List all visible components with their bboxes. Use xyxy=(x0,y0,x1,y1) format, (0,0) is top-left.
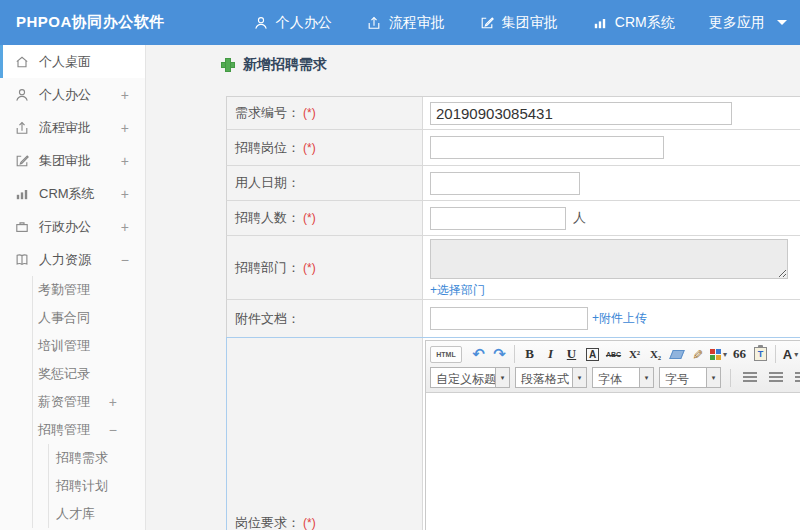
field-label: 附件文档： xyxy=(235,310,300,328)
field-label: 招聘人数： xyxy=(235,209,300,227)
format-brush-button[interactable]: ✎ xyxy=(687,344,708,364)
user-icon xyxy=(14,87,30,103)
job-title-input[interactable] xyxy=(430,136,664,159)
nav-item-workflow-approval[interactable]: 流程审批 xyxy=(366,14,445,32)
required-marker: (*) xyxy=(303,141,316,155)
app-logo: PHPOA协同办公软件 xyxy=(16,13,165,32)
attachment-upload-link[interactable]: +附件上传 xyxy=(592,310,647,327)
nav-item-crm-system[interactable]: CRM系统 xyxy=(592,14,675,32)
font-size-select[interactable]: 字号▾ xyxy=(659,367,721,388)
sidebar-item-talent-pool[interactable]: 人才库 xyxy=(0,500,145,528)
brush-glyph: ✎ xyxy=(690,349,705,360)
sidebar-item-label: 人事合同 xyxy=(38,309,90,327)
align-bars-glyph xyxy=(769,372,783,383)
source-code-button[interactable]: HTML xyxy=(430,346,462,363)
eraser-button[interactable] xyxy=(666,344,687,364)
user-icon xyxy=(253,15,269,31)
nav-item-personal-office[interactable]: 个人办公 xyxy=(253,14,332,32)
sidebar-item-label: CRM系统 xyxy=(39,185,95,203)
underline-button[interactable]: U xyxy=(561,344,582,364)
sidebar-item-salary-mgmt[interactable]: 薪资管理+ xyxy=(0,388,145,416)
sidebar-item-personnel-contract[interactable]: 人事合同 xyxy=(0,304,145,332)
expand-plus-icon[interactable]: + xyxy=(121,186,129,202)
sidebar-item-admin-office[interactable]: 行政办公+ xyxy=(0,210,145,243)
top-nav: 个人办公流程审批集团审批CRM系统更多应用 xyxy=(253,14,800,32)
align-right-button[interactable] xyxy=(790,368,800,387)
expand-plus-icon[interactable]: + xyxy=(121,153,129,169)
caret-down-icon: ▾ xyxy=(572,368,586,387)
font-color-button[interactable]: A▾ xyxy=(780,344,800,364)
flow-icon xyxy=(14,120,30,136)
superscript-button[interactable]: X² xyxy=(624,344,645,364)
sidebar-item-label: 集团审批 xyxy=(39,152,91,170)
bold-button[interactable]: B xyxy=(519,344,540,364)
collapse-minus-icon[interactable]: − xyxy=(109,422,117,438)
toolbar-separator xyxy=(514,345,515,363)
expand-plus-icon[interactable]: + xyxy=(121,87,129,103)
sidebar-item-training-mgmt[interactable]: 培训管理 xyxy=(0,332,145,360)
sidebar-item-attendance-mgmt[interactable]: 考勤管理 xyxy=(0,276,145,304)
sidebar-item-recruit-plan[interactable]: 招聘计划 xyxy=(0,472,145,500)
required-marker: (*) xyxy=(303,516,316,530)
font-border-button[interactable]: A xyxy=(582,344,603,364)
nav-item-label: CRM系统 xyxy=(615,14,675,32)
redo-button[interactable]: ↷ xyxy=(489,344,510,364)
select-value: 段落格式 xyxy=(516,368,572,387)
field-label: 岗位要求： xyxy=(235,514,300,530)
sidebar-item-group-approval[interactable]: 集团审批+ xyxy=(0,144,145,177)
paragraph-format-select[interactable]: 段落格式▾ xyxy=(515,367,587,388)
sidebar-item-personal-desktop[interactable]: 个人桌面 xyxy=(0,45,145,78)
paste-text-button[interactable]: T xyxy=(750,344,771,364)
italic-button[interactable]: I xyxy=(540,344,561,364)
button-glyph: A xyxy=(783,347,792,362)
collapse-minus-icon[interactable]: − xyxy=(121,252,129,268)
expand-plus-icon[interactable]: + xyxy=(109,394,117,410)
sidebar-item-human-resources[interactable]: 人力资源− xyxy=(0,243,145,276)
sidebar-item-personal-office[interactable]: 个人办公+ xyxy=(0,78,145,111)
button-glyph: A xyxy=(586,348,599,361)
toolbar-separator xyxy=(775,345,776,363)
sidebar-item-label: 招聘管理 xyxy=(38,421,90,439)
button-glyph: ABC xyxy=(606,351,621,358)
text-color-button[interactable]: ▾ xyxy=(708,344,729,364)
field-label: 需求编号： xyxy=(235,104,300,122)
blockquote-button[interactable]: 66 xyxy=(729,344,750,364)
sidebar-item-label: 人才库 xyxy=(56,505,95,523)
sidebar: 个人桌面个人办公+流程审批+集团审批+CRM系统+行政办公+人力资源−考勤管理人… xyxy=(0,45,146,530)
edit-icon xyxy=(14,153,30,169)
sidebar-item-label: 招聘需求 xyxy=(56,449,108,467)
sidebar-item-label: 个人办公 xyxy=(39,86,91,104)
demand-number-input[interactable] xyxy=(430,102,732,125)
font-family-select[interactable]: 字体▾ xyxy=(592,367,654,388)
department-textarea[interactable] xyxy=(430,239,788,279)
nav-item-more-apps[interactable]: 更多应用 xyxy=(709,14,787,32)
form-row-attachment: 附件文档： +附件上传 xyxy=(226,300,800,338)
sidebar-item-recruit-mgmt[interactable]: 招聘管理− xyxy=(0,416,145,444)
align-center-button[interactable] xyxy=(764,368,787,387)
align-left-button[interactable] xyxy=(738,368,761,387)
button-glyph: X₂ xyxy=(650,348,661,360)
headcount-input[interactable] xyxy=(430,207,566,230)
sidebar-item-label: 薪资管理 xyxy=(38,393,90,411)
nav-item-group-approval[interactable]: 集团审批 xyxy=(479,14,558,32)
sidebar-item-recruit-demand[interactable]: 招聘需求 xyxy=(0,444,145,472)
sidebar-item-reward-punish-records[interactable]: 奖惩记录 xyxy=(0,360,145,388)
hire-date-input[interactable] xyxy=(430,172,580,195)
strikethrough-button[interactable]: ABC xyxy=(603,344,624,364)
expand-plus-icon[interactable]: + xyxy=(121,219,129,235)
caret-down-icon: ▾ xyxy=(723,350,727,359)
sidebar-item-label: 奖惩记录 xyxy=(38,365,90,383)
editor-content-area[interactable] xyxy=(426,393,800,530)
attachment-input[interactable] xyxy=(430,307,588,330)
sidebar-item-workflow-approval[interactable]: 流程审批+ xyxy=(0,111,145,144)
sidebar-item-crm-system[interactable]: CRM系统+ xyxy=(0,177,145,210)
select-department-link[interactable]: +选择部门 xyxy=(430,282,485,299)
select-value: 字号 xyxy=(660,368,706,387)
chart-icon xyxy=(14,186,30,202)
expand-plus-icon[interactable]: + xyxy=(121,120,129,136)
subscript-button[interactable]: X₂ xyxy=(645,344,666,364)
undo-button[interactable]: ↶ xyxy=(468,344,489,364)
custom-title-select[interactable]: 自定义标题▾ xyxy=(430,367,510,388)
button-glyph: U xyxy=(567,346,576,362)
button-glyph: 66 xyxy=(733,346,746,362)
